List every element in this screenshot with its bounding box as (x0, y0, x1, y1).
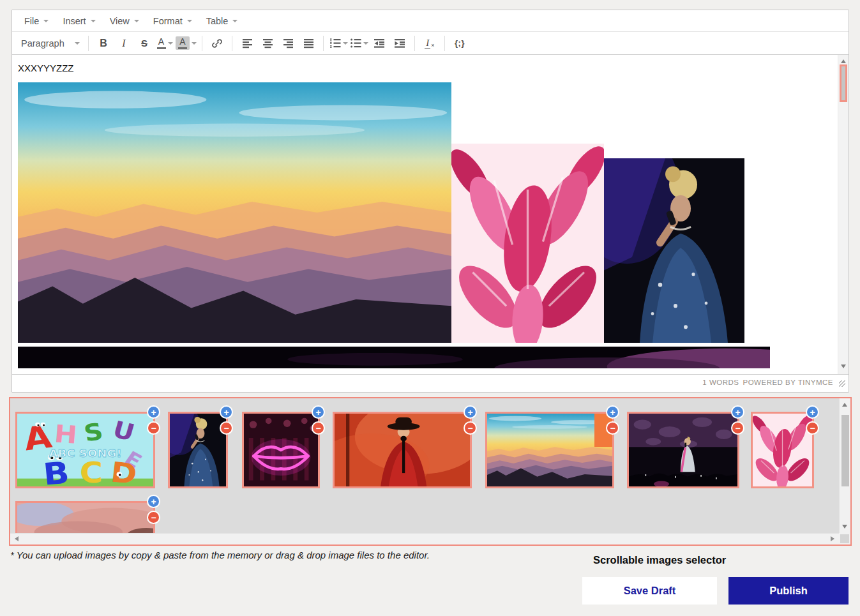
outdent-button[interactable] (370, 34, 389, 52)
menu-file-label: File (24, 16, 39, 26)
remove-image-button[interactable]: − (806, 421, 819, 435)
resize-grip-icon[interactable] (839, 380, 845, 387)
scroll-up-arrow-icon[interactable] (841, 59, 846, 63)
scroll-left-arrow-icon[interactable] (15, 536, 19, 541)
thumbnail-pink-clouds[interactable]: + − (15, 501, 155, 533)
numbered-list-icon (329, 38, 341, 49)
remove-image-button[interactable]: − (731, 421, 744, 435)
editor-statusbar: 1 WORDS POWERED BY TINYMCE (12, 374, 849, 390)
thumbnail-mountain-sunset[interactable]: + − (485, 412, 614, 488)
code-sample-button[interactable]: {;} (450, 34, 469, 52)
align-center-button[interactable] (258, 34, 277, 52)
code-sample-icon: {;} (455, 38, 465, 48)
menu-view[interactable]: View (103, 12, 146, 30)
scroll-down-arrow-icon[interactable] (842, 525, 847, 529)
toolbar-separator (444, 36, 445, 51)
word-count: 1 WORDS (702, 379, 739, 386)
paragraph-format-select[interactable]: Paragraph (17, 36, 84, 51)
remove-image-button[interactable]: − (147, 421, 160, 435)
chevron-down-icon (168, 42, 173, 45)
text-color-button[interactable]: A (155, 34, 174, 52)
thumbnail-abc-song[interactable]: + − (15, 412, 155, 488)
menu-format[interactable]: Format (146, 12, 199, 30)
indent-icon (394, 38, 405, 49)
document-text[interactable]: XXXYYYZZZ (18, 63, 74, 73)
bold-button[interactable]: B (94, 34, 113, 52)
chevron-down-icon (187, 20, 192, 22)
editor-toolbar: Paragraph B I S A A (12, 32, 849, 55)
scrollable-images-selector: + − + − + − + − + − + − (9, 397, 852, 546)
dark-concert-image[interactable] (18, 347, 770, 368)
align-right-icon (283, 38, 294, 49)
toolbar-separator (232, 36, 232, 51)
add-image-button[interactable]: + (464, 405, 477, 419)
menu-table-label: Table (206, 16, 229, 26)
clear-formatting-x: × (431, 42, 434, 49)
pink-singer-image[interactable] (604, 158, 744, 343)
remove-image-button[interactable]: − (147, 511, 160, 524)
editable-content[interactable]: XXXYYYZZZ (12, 55, 838, 374)
outdent-icon (373, 38, 385, 49)
selector-vertical-scrollbar[interactable] (839, 398, 850, 533)
add-image-button[interactable]: + (806, 405, 819, 419)
menu-insert[interactable]: Insert (56, 12, 102, 30)
toolbar-separator (88, 36, 89, 51)
bullet-list-button[interactable] (349, 34, 368, 52)
add-image-button[interactable]: + (606, 405, 619, 419)
thumbnail-pink-leaves[interactable]: + − (751, 412, 814, 488)
link-icon (211, 38, 223, 49)
selector-horizontal-scrollbar[interactable] (10, 533, 839, 545)
menu-file[interactable]: File (17, 12, 56, 30)
clear-formatting-button[interactable]: I × (420, 34, 439, 52)
pink-clouds-image (17, 503, 153, 533)
remove-image-button[interactable]: − (606, 421, 619, 435)
remove-image-button[interactable]: − (464, 421, 477, 435)
bold-icon: B (100, 38, 107, 49)
scroll-right-arrow-icon[interactable] (831, 536, 834, 541)
toolbar-separator (202, 36, 202, 51)
add-image-button[interactable]: + (147, 405, 160, 419)
thumbnail-neon-lips[interactable]: + − (242, 412, 320, 488)
menu-table[interactable]: Table (199, 12, 245, 30)
pink-leaves-thumb-image (753, 414, 812, 486)
numbered-list-button[interactable] (329, 34, 348, 52)
add-image-button[interactable]: + (220, 405, 233, 419)
pink-leaves-image[interactable] (451, 144, 604, 343)
publish-button[interactable]: Publish (728, 577, 849, 605)
thumbnail-stage-performer[interactable]: + − (627, 412, 739, 488)
remove-image-button[interactable]: − (220, 421, 233, 435)
selector-scrollbar-thumb[interactable] (841, 415, 849, 486)
mountain-sunset-image[interactable] (18, 82, 451, 343)
insert-link-button[interactable] (207, 34, 227, 52)
editor-edit-area: XXXYYYZZZ (12, 55, 849, 374)
add-image-button[interactable]: + (731, 405, 744, 419)
clear-formatting-icon: I (425, 38, 430, 49)
background-color-button[interactable]: A (176, 34, 197, 52)
chevron-down-icon (134, 20, 139, 22)
italic-button[interactable]: I (114, 34, 133, 52)
justify-button[interactable] (299, 34, 318, 52)
align-right-button[interactable] (278, 34, 298, 52)
thumbnail-red-singer[interactable]: + − (333, 412, 472, 488)
align-left-button[interactable] (238, 34, 257, 52)
chevron-down-icon (363, 42, 368, 45)
strikethrough-button[interactable]: S (135, 34, 154, 52)
toolbar-separator (414, 36, 415, 51)
scroll-up-arrow-icon[interactable] (842, 403, 847, 407)
align-left-icon (242, 38, 253, 49)
scrollbar-corner (839, 533, 850, 545)
upload-hint-note: * You can upload images by copy & paste … (10, 550, 430, 560)
align-center-icon (262, 38, 273, 49)
save-draft-button[interactable]: Save Draft (582, 577, 717, 605)
chevron-down-icon (75, 42, 80, 45)
thumbnail-pink-singer[interactable]: + − (168, 412, 228, 488)
remove-image-button[interactable]: − (312, 421, 325, 435)
scroll-down-arrow-icon[interactable] (841, 364, 846, 368)
indent-button[interactable] (390, 34, 409, 52)
chevron-down-icon (43, 20, 49, 22)
background-color-icon: A (176, 36, 190, 50)
add-image-button[interactable]: + (147, 495, 160, 508)
editor-vertical-scrollbar[interactable] (838, 55, 849, 374)
editor-scrollbar-thumb[interactable] (840, 64, 847, 102)
add-image-button[interactable]: + (312, 405, 325, 419)
